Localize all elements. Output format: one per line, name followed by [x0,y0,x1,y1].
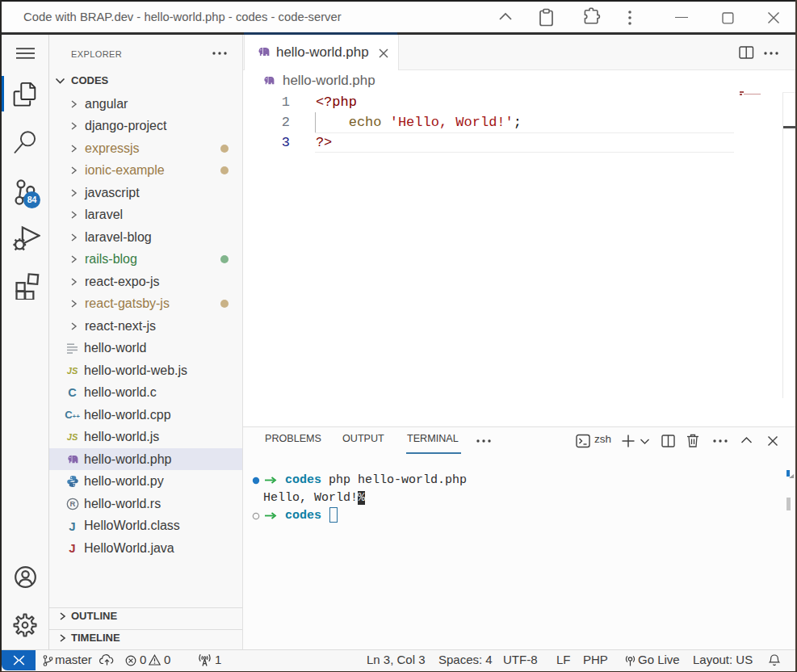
svg-text:R: R [69,499,75,508]
